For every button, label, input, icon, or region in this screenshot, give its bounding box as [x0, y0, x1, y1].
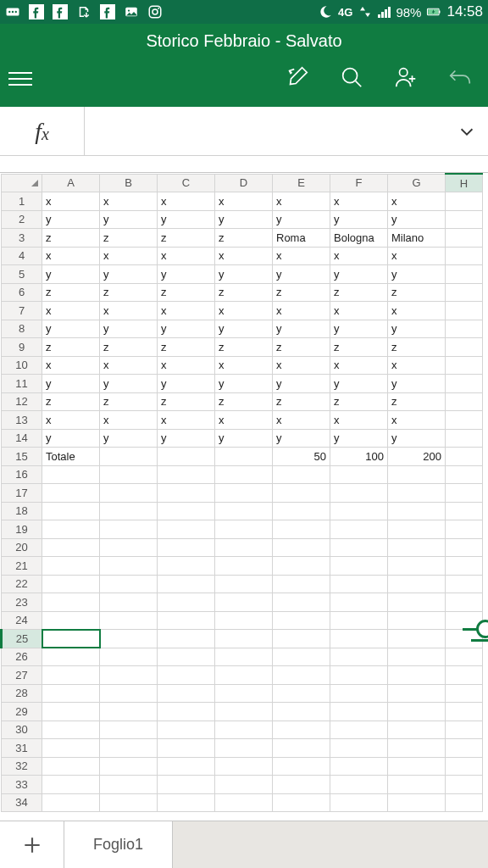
cell-E31[interactable] — [273, 739, 330, 758]
cell-B21[interactable] — [100, 557, 158, 576]
cell-H31[interactable] — [446, 739, 483, 758]
cell-F17[interactable] — [330, 484, 388, 503]
cell-A24[interactable] — [42, 611, 100, 630]
cell-D6[interactable]: z — [215, 283, 273, 302]
cell-C31[interactable] — [158, 739, 215, 758]
cell-C30[interactable] — [158, 721, 215, 739]
cell-A31[interactable] — [42, 739, 100, 758]
cell-H13[interactable] — [446, 411, 483, 430]
cell-G1[interactable]: x — [388, 192, 446, 211]
cell-F20[interactable] — [330, 538, 388, 557]
row-header-8[interactable]: 8 — [2, 320, 42, 338]
cell-D3[interactable]: z — [215, 229, 273, 248]
cell-G10[interactable]: x — [388, 356, 446, 375]
cell-F32[interactable] — [330, 757, 388, 776]
formula-input[interactable] — [85, 107, 446, 155]
cell-A15[interactable]: Totale — [42, 448, 100, 466]
cell-E16[interactable] — [273, 465, 330, 484]
cell-A7[interactable]: x — [42, 302, 100, 320]
cell-B16[interactable] — [100, 465, 158, 484]
cell-D1[interactable]: x — [215, 192, 273, 211]
cell-A4[interactable]: x — [42, 247, 100, 265]
cell-C9[interactable]: z — [158, 338, 215, 357]
cell-F8[interactable]: y — [330, 320, 388, 338]
cell-H4[interactable] — [446, 247, 483, 265]
cell-A18[interactable] — [42, 502, 100, 520]
cell-D30[interactable] — [215, 721, 273, 739]
cell-C24[interactable] — [158, 611, 215, 630]
cell-G15[interactable]: 200 — [388, 448, 446, 466]
cell-A33[interactable] — [42, 776, 100, 794]
column-header-A[interactable]: A — [42, 174, 100, 192]
cell-D21[interactable] — [215, 557, 273, 576]
row-header-18[interactable]: 18 — [2, 502, 42, 520]
cell-G34[interactable] — [388, 793, 446, 812]
cell-A8[interactable]: y — [42, 320, 100, 338]
cell-C8[interactable]: y — [158, 320, 215, 338]
cell-F18[interactable] — [330, 502, 388, 520]
cell-E23[interactable] — [273, 593, 330, 612]
cell-G11[interactable]: y — [388, 375, 446, 393]
column-header-F[interactable]: F — [330, 174, 388, 192]
cell-D14[interactable]: y — [215, 429, 273, 448]
cell-C15[interactable] — [158, 448, 215, 466]
cell-B29[interactable] — [100, 703, 158, 721]
cell-A28[interactable] — [42, 684, 100, 703]
cell-G21[interactable] — [388, 557, 446, 576]
cell-D2[interactable]: y — [215, 210, 273, 229]
cell-A11[interactable]: y — [42, 375, 100, 393]
row-header-28[interactable]: 28 — [2, 684, 42, 703]
cell-H5[interactable] — [446, 265, 483, 284]
row-header-10[interactable]: 10 — [2, 356, 42, 375]
cell-A22[interactable] — [42, 575, 100, 593]
cell-H10[interactable] — [446, 356, 483, 375]
cell-D4[interactable]: x — [215, 247, 273, 265]
cell-E3[interactable]: Roma — [273, 229, 330, 248]
cell-E9[interactable]: z — [273, 338, 330, 357]
cell-B27[interactable] — [100, 666, 158, 685]
cell-H34[interactable] — [446, 793, 483, 812]
column-header-E[interactable]: E — [273, 174, 330, 192]
cell-B4[interactable]: x — [100, 247, 158, 265]
cell-E13[interactable]: x — [273, 411, 330, 430]
cell-D23[interactable] — [215, 593, 273, 612]
cell-H7[interactable] — [446, 302, 483, 320]
cell-E10[interactable]: x — [273, 356, 330, 375]
cell-H9[interactable] — [446, 338, 483, 357]
column-header-C[interactable]: C — [158, 174, 215, 192]
cell-F12[interactable]: z — [330, 392, 388, 411]
cell-A34[interactable] — [42, 793, 100, 812]
row-header-22[interactable]: 22 — [2, 575, 42, 593]
cell-A6[interactable]: z — [42, 283, 100, 302]
cell-D16[interactable] — [215, 465, 273, 484]
cell-C1[interactable]: x — [158, 192, 215, 211]
cell-H29[interactable] — [446, 703, 483, 721]
cell-E20[interactable] — [273, 538, 330, 557]
cell-A23[interactable] — [42, 593, 100, 612]
row-header-14[interactable]: 14 — [2, 429, 42, 448]
cell-C2[interactable]: y — [158, 210, 215, 229]
cell-G24[interactable] — [388, 611, 446, 630]
cell-B30[interactable] — [100, 721, 158, 739]
cell-G6[interactable]: z — [388, 283, 446, 302]
cell-H21[interactable] — [446, 557, 483, 576]
cell-C25[interactable] — [158, 630, 215, 648]
cell-B18[interactable] — [100, 502, 158, 520]
cell-C20[interactable] — [158, 538, 215, 557]
cell-F14[interactable]: y — [330, 429, 388, 448]
cell-F4[interactable]: x — [330, 247, 388, 265]
cell-E22[interactable] — [273, 575, 330, 593]
cell-E25[interactable] — [273, 630, 330, 648]
cell-G17[interactable] — [388, 484, 446, 503]
cell-F7[interactable]: x — [330, 302, 388, 320]
cell-G27[interactable] — [388, 666, 446, 685]
sheet-tab-active[interactable]: Foglio1 — [64, 821, 173, 868]
cell-F25[interactable] — [330, 630, 388, 648]
cell-H23[interactable] — [446, 593, 483, 612]
cell-E5[interactable]: y — [273, 265, 330, 284]
cell-A3[interactable]: z — [42, 229, 100, 248]
cell-F1[interactable]: x — [330, 192, 388, 211]
cell-D27[interactable] — [215, 666, 273, 685]
cell-F24[interactable] — [330, 611, 388, 630]
cell-H17[interactable] — [446, 484, 483, 503]
